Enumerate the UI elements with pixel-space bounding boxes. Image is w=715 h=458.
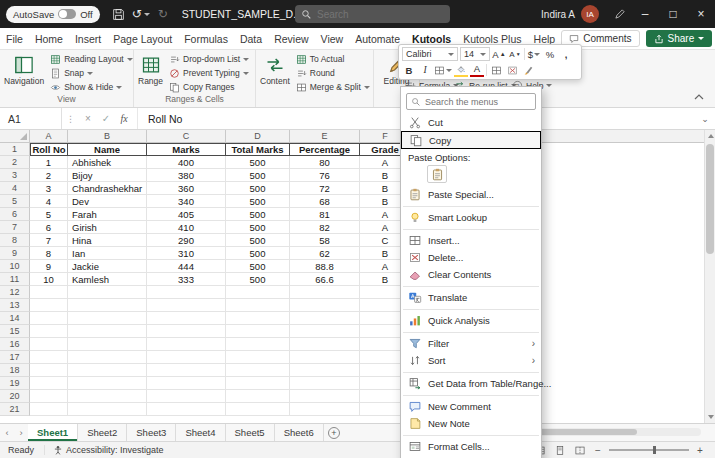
grid-cell[interactable] <box>226 286 290 299</box>
grid-cell[interactable] <box>147 338 226 351</box>
grid-cell[interactable] <box>290 377 360 390</box>
sheet-tab-sheet6[interactable]: Sheet6 <box>275 424 324 441</box>
grid-cell[interactable]: 76 <box>290 169 360 182</box>
grid-cell[interactable]: 340 <box>147 195 226 208</box>
grid-cell[interactable]: Jackie <box>68 260 147 273</box>
grid-cell[interactable]: 500 <box>226 182 290 195</box>
accounting-format-icon[interactable]: $ <box>527 47 541 61</box>
menu-search-input[interactable] <box>425 97 530 107</box>
sheet-tab-sheet3[interactable]: Sheet3 <box>127 424 176 441</box>
row-header-3[interactable]: 3 <box>0 169 30 182</box>
increase-font-icon[interactable]: A▲ <box>492 47 506 61</box>
grid-cell[interactable]: 8 <box>30 247 68 260</box>
grid-cell[interactable] <box>30 286 68 299</box>
grid-cell[interactable] <box>226 377 290 390</box>
delete-cells-icon[interactable] <box>505 63 519 77</box>
reading-layout-button[interactable]: Reading Layout <box>48 52 135 66</box>
grid-cell[interactable] <box>226 351 290 364</box>
new-sheet-button[interactable]: + <box>324 424 344 441</box>
search-input[interactable] <box>317 9 427 20</box>
sheet-tab-sheet1[interactable]: Sheet1 <box>28 424 78 441</box>
scroll-down-icon[interactable] <box>705 411 715 423</box>
grid-cell[interactable] <box>147 351 226 364</box>
navigation-button[interactable]: Navigation <box>4 52 44 94</box>
row-header-11[interactable]: 11 <box>0 273 30 286</box>
column-header-e[interactable]: E <box>290 130 360 142</box>
grid-cell[interactable] <box>290 299 360 312</box>
row-header-21[interactable]: 21 <box>0 403 30 416</box>
menu-item-paste-special[interactable]: Paste Special... <box>401 186 541 203</box>
row-header-19[interactable]: 19 <box>0 377 30 390</box>
grid-cell[interactable]: Ian <box>68 247 147 260</box>
grid-cell[interactable]: Girish <box>68 221 147 234</box>
grid-cell[interactable] <box>147 312 226 325</box>
grid-cell[interactable]: 500 <box>226 260 290 273</box>
grid-cell[interactable] <box>68 299 147 312</box>
row-header-5[interactable]: 5 <box>0 195 30 208</box>
tab-data[interactable]: Data <box>234 28 268 50</box>
tab-review[interactable]: Review <box>268 28 314 50</box>
grid-cell[interactable]: 405 <box>147 208 226 221</box>
accessibility-checker[interactable]: Accessibility: Investigate <box>45 445 172 455</box>
grid-cell[interactable]: 500 <box>226 221 290 234</box>
tab-page-layout[interactable]: Page Layout <box>107 28 178 50</box>
grid-cell[interactable]: 9 <box>30 260 68 273</box>
grid-cell[interactable]: 80 <box>290 156 360 169</box>
sheet-nav-right-icon[interactable]: › <box>14 424 28 441</box>
grid-cell[interactable]: 1 <box>30 156 68 169</box>
column-header-b[interactable]: B <box>68 130 147 142</box>
grid-cell[interactable] <box>30 351 68 364</box>
column-header-c[interactable]: C <box>147 130 226 142</box>
row-header-16[interactable]: 16 <box>0 338 30 351</box>
sheet-tab-sheet4[interactable]: Sheet4 <box>176 424 225 441</box>
grid-cell[interactable]: 360 <box>147 182 226 195</box>
round-button[interactable]: Round <box>294 66 372 80</box>
tab-insert[interactable]: Insert <box>69 28 107 50</box>
column-header-a[interactable]: A <box>30 130 68 142</box>
grid-cell[interactable]: 2 <box>30 169 68 182</box>
sheet-tab-sheet5[interactable]: Sheet5 <box>226 424 275 441</box>
grid-cell[interactable]: Bijoy <box>68 169 147 182</box>
cancel-icon[interactable]: × <box>79 113 97 124</box>
merge-split-button[interactable]: Merge & Split <box>294 80 372 94</box>
grid-cell[interactable] <box>68 325 147 338</box>
zoom-in-button[interactable]: + <box>695 445 705 456</box>
tab-view[interactable]: View <box>315 28 350 50</box>
menu-item-smart-lookup[interactable]: Smart Lookup <box>401 209 541 226</box>
grid-cell[interactable]: Percentage <box>290 143 360 156</box>
grid-cell[interactable]: 62 <box>290 247 360 260</box>
range-button[interactable]: Range <box>138 52 163 94</box>
menu-item-copy[interactable]: Copy <box>401 131 541 149</box>
grid-cell[interactable]: Abhishek <box>68 156 147 169</box>
grid-cell[interactable] <box>147 299 226 312</box>
row-header-18[interactable]: 18 <box>0 364 30 377</box>
grid-cell[interactable]: 500 <box>226 273 290 286</box>
grid-cell[interactable] <box>68 390 147 403</box>
sheet-tab-sheet2[interactable]: Sheet2 <box>78 424 127 441</box>
menu-item-format-cells[interactable]: Format Cells... <box>401 438 541 455</box>
paste-keep-formatting-button[interactable] <box>427 165 447 183</box>
redo-button[interactable]: ↻ <box>152 3 174 25</box>
prevent-typing-button[interactable]: Prevent Typing <box>167 66 251 80</box>
grid-cell[interactable]: 4 <box>30 195 68 208</box>
row-header-13[interactable]: 13 <box>0 299 30 312</box>
dropdown-list-button[interactable]: Drop-down List <box>167 52 251 66</box>
row-header-1[interactable]: 1 <box>0 143 30 156</box>
grid-cell[interactable] <box>147 377 226 390</box>
grid-cell[interactable] <box>68 403 147 416</box>
page-layout-view-button[interactable] <box>553 444 567 456</box>
grid-cell[interactable] <box>30 312 68 325</box>
grid-cell[interactable]: Dev <box>68 195 147 208</box>
row-header-6[interactable]: 6 <box>0 208 30 221</box>
grid-cell[interactable] <box>226 299 290 312</box>
search-box[interactable] <box>295 5 450 23</box>
share-button[interactable]: Share <box>646 30 713 47</box>
menu-search-box[interactable] <box>406 93 536 110</box>
show-hide-button[interactable]: Show & Hide <box>48 80 135 94</box>
grid-cell[interactable] <box>290 403 360 416</box>
maximize-button[interactable]: □ <box>659 0 687 28</box>
italic-icon[interactable]: I <box>418 63 432 77</box>
grid-cell[interactable]: 81 <box>290 208 360 221</box>
zoom-slider-thumb[interactable] <box>653 446 656 454</box>
grid-cell[interactable] <box>68 351 147 364</box>
